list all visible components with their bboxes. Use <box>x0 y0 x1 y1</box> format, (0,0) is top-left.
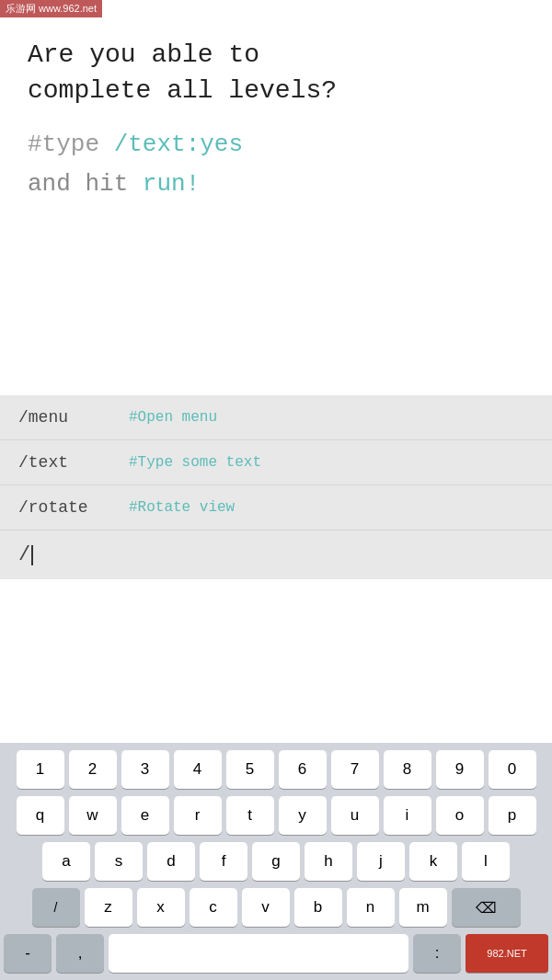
command-row-menu[interactable]: /menu #Open menu <box>0 395 552 440</box>
key-f[interactable]: f <box>200 842 247 881</box>
key-u[interactable]: u <box>331 796 379 835</box>
headline-line2: complete all levels? <box>28 76 337 105</box>
command-panel: /menu #Open menu /text #Type some text /… <box>0 395 552 579</box>
key-space[interactable] <box>109 934 408 973</box>
keyboard-row-a: a s d f g h j k l <box>4 842 548 881</box>
key-4[interactable]: 4 <box>174 750 222 789</box>
slash-input: / <box>18 543 33 566</box>
key-t[interactable]: t <box>226 796 274 835</box>
input-value: / <box>18 543 30 566</box>
key-7[interactable]: 7 <box>331 750 379 789</box>
code-slash-text: /text <box>114 131 186 158</box>
code-value: yes <box>200 131 243 158</box>
key-e[interactable]: e <box>121 796 169 835</box>
command-name-text: /text <box>18 453 129 472</box>
command-desc-text: #Type some text <box>129 454 261 471</box>
code-line-1: #type /text:yes <box>28 127 524 163</box>
keyboard-row-numbers: 1 2 3 4 5 6 7 8 9 0 <box>4 750 548 789</box>
key-8[interactable]: 8 <box>384 750 431 789</box>
key-p[interactable]: p <box>489 796 536 835</box>
code-hash: #type <box>28 131 99 158</box>
key-d[interactable]: d <box>147 842 195 881</box>
key-h[interactable]: h <box>305 842 352 881</box>
key-comma[interactable]: , <box>56 934 104 973</box>
key-k[interactable]: k <box>409 842 457 881</box>
cursor <box>31 545 33 565</box>
key-m[interactable]: m <box>399 888 447 927</box>
key-o[interactable]: o <box>436 796 484 835</box>
keyboard-row-q: q w e r t y u i o p <box>4 796 548 835</box>
key-backspace[interactable]: ⌫ <box>452 888 521 927</box>
watermark-key: 982.NET <box>466 934 548 973</box>
main-content: Are you able to complete all levels? #ty… <box>0 0 552 224</box>
code-run: run! <box>143 170 200 198</box>
command-name-rotate: /rotate <box>18 498 129 517</box>
keyboard-row-bottom: - , : 982.NET <box>4 934 548 973</box>
key-q[interactable]: q <box>17 796 64 835</box>
key-1[interactable]: 1 <box>17 750 64 789</box>
keyboard-row-z: / z x c v b n m ⌫ <box>4 888 548 927</box>
key-b[interactable]: b <box>294 888 342 927</box>
key-9[interactable]: 9 <box>436 750 484 789</box>
key-w[interactable]: w <box>69 796 117 835</box>
code-and: and <box>28 170 71 198</box>
key-dash[interactable]: - <box>4 934 52 973</box>
key-2[interactable]: 2 <box>69 750 117 789</box>
code-hit: hit <box>85 170 128 198</box>
key-6[interactable]: 6 <box>279 750 327 789</box>
key-x[interactable]: x <box>137 888 185 927</box>
key-v[interactable]: v <box>242 888 290 927</box>
command-desc-rotate: #Rotate view <box>129 499 235 516</box>
key-g[interactable]: g <box>252 842 300 881</box>
key-z[interactable]: z <box>85 888 132 927</box>
command-row-text[interactable]: /text #Type some text <box>0 440 552 485</box>
key-slash[interactable]: / <box>32 888 80 927</box>
input-row: / <box>0 530 552 579</box>
key-5[interactable]: 5 <box>226 750 274 789</box>
backspace-icon: ⌫ <box>476 899 497 917</box>
key-a[interactable]: a <box>42 842 90 881</box>
key-0[interactable]: 0 <box>489 750 536 789</box>
key-n[interactable]: n <box>347 888 395 927</box>
key-j[interactable]: j <box>357 842 405 881</box>
headline: Are you able to complete all levels? <box>28 37 524 108</box>
key-c[interactable]: c <box>190 888 237 927</box>
key-colon[interactable]: : <box>413 934 461 973</box>
key-y[interactable]: y <box>279 796 327 835</box>
command-desc-menu: #Open menu <box>129 409 217 426</box>
watermark-top: 乐游网 www.962.net <box>0 0 102 17</box>
key-l[interactable]: l <box>462 842 510 881</box>
command-row-rotate[interactable]: /rotate #Rotate view <box>0 485 552 530</box>
key-3[interactable]: 3 <box>121 750 169 789</box>
headline-line1: Are you able to <box>28 40 259 69</box>
command-name-menu: /menu <box>18 408 129 427</box>
key-i[interactable]: i <box>384 796 431 835</box>
key-s[interactable]: s <box>95 842 143 881</box>
code-colon: : <box>186 131 201 158</box>
key-r[interactable]: r <box>174 796 222 835</box>
code-line-2: and hit run! <box>28 166 524 202</box>
keyboard: 1 2 3 4 5 6 7 8 9 0 q w e r t y u i o p … <box>0 743 552 980</box>
